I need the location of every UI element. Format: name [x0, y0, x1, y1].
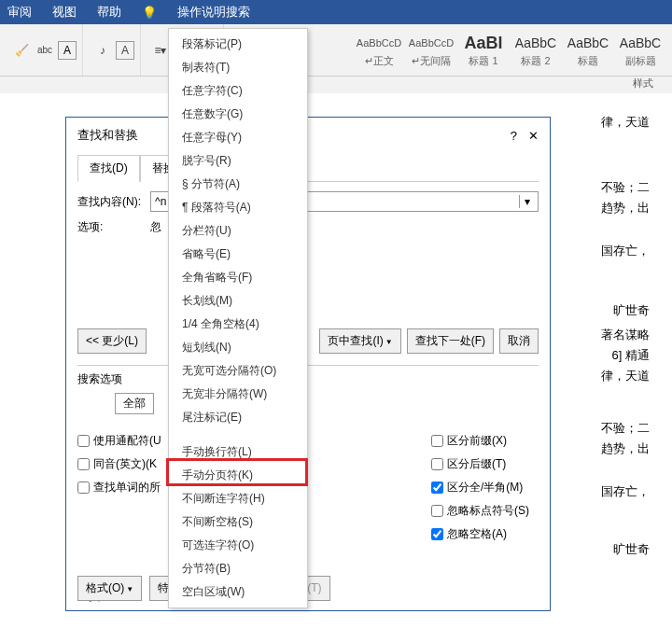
menu-manual-page[interactable]: 手动分页符(K) — [169, 464, 307, 487]
chk-fullhalf[interactable]: 区分全/半角(M) — [431, 480, 529, 495]
menu-tab[interactable]: 制表符(T) — [169, 56, 307, 79]
search-all-select[interactable]: 全部 — [115, 393, 154, 414]
menu-ellipsis[interactable]: 省略号(E) — [169, 243, 307, 266]
find-replace-dialog: 查找和替换 ? ✕ 查找(D) 替换(P 查找内容(N): ^n ▾ 选项: 忽… — [65, 117, 551, 611]
styles-caption: 样式 — [0, 77, 672, 93]
find-label: 查找内容(N): — [77, 194, 143, 210]
doc-text: 不验；二 — [601, 418, 650, 439]
menu-review[interactable]: 审阅 — [7, 4, 32, 21]
menu-opt-hyphen[interactable]: 可选连字符(O) — [169, 534, 307, 557]
menubar: 审阅 视图 帮助 💡 操作说明搜索 — [0, 0, 672, 24]
chk-space[interactable]: 忽略空格(A) — [431, 526, 529, 542]
special-format-menu: 段落标记(P) 制表符(T) 任意字符(C) 任意数字(G) 任意字母(Y) 脱… — [168, 28, 308, 608]
doc-text: 6] 精通 — [612, 345, 650, 366]
menu-view[interactable]: 视图 — [52, 4, 77, 21]
menu-whitespace[interactable]: 空白区域(W) — [169, 580, 307, 604]
menu-section-char[interactable]: § 分节符(A) — [169, 173, 307, 196]
doc-text: 趋势，出 — [601, 198, 650, 218]
doc-text: 旷世奇 — [613, 300, 650, 321]
menu-help[interactable]: 帮助 — [97, 4, 121, 21]
menu-endnote[interactable]: 尾注标记(E) — [169, 406, 307, 429]
help-icon[interactable]: ? — [511, 129, 517, 143]
menu-nowidth-non[interactable]: 无宽非分隔符(W) — [169, 383, 307, 406]
menu-any-digit[interactable]: 任意数字(G) — [169, 103, 307, 126]
chk-word-forms[interactable]: 查找单词的所 — [77, 480, 161, 495]
menu-full-ellipsis[interactable]: 全角省略号(F) — [169, 266, 307, 289]
chk-suffix[interactable]: 区分后缀(T) — [431, 456, 529, 472]
menu-nowidth-opt[interactable]: 无宽可选分隔符(O) — [169, 359, 307, 383]
menu-en-dash[interactable]: 短划线(N) — [169, 336, 307, 359]
chk-prefix[interactable]: 区分前缀(X) — [431, 433, 529, 449]
menu-any-letter[interactable]: 任意字母(Y) — [169, 126, 307, 149]
menu-para-mark[interactable]: 段落标记(P) — [169, 33, 307, 56]
in-reading-button[interactable]: 页中查找(I)▼ — [319, 328, 400, 354]
style-body[interactable]: AaBbCcD↵正文 — [353, 28, 405, 73]
menu-search[interactable]: 操作说明搜索 — [177, 4, 250, 21]
phonetic-icon[interactable]: abc — [35, 40, 55, 61]
doc-text: 国存亡， — [601, 482, 650, 502]
dialog-title: 查找和替换 — [77, 127, 138, 144]
bulb-icon: 💡 — [142, 6, 157, 20]
menu-caret[interactable]: 脱字号(R) — [169, 149, 307, 173]
menu-quarter-space[interactable]: 1/4 全角空格(4) — [169, 313, 307, 336]
chk-punct[interactable]: 忽略标点符号(S) — [431, 503, 529, 519]
chk-sounds-like[interactable]: 同音(英文)(K — [77, 456, 161, 472]
style-h1[interactable]: AaBl标题 1 — [457, 28, 510, 73]
menu-em-dash[interactable]: 长划线(M) — [169, 289, 307, 313]
char-a-icon[interactable]: A — [116, 41, 134, 60]
doc-text: 不验；二 — [601, 177, 650, 198]
char-box-icon[interactable]: A — [58, 41, 77, 60]
chk-wildcard[interactable]: 使用通配符(U — [77, 433, 161, 449]
menu-nonbreak-space[interactable]: 不间断空格(S) — [169, 510, 307, 534]
style-title[interactable]: AaBbC标题 — [562, 28, 614, 73]
doc-text: 律，天道 — [601, 366, 650, 386]
menu-nonbreak-hyphen[interactable]: 不间断连字符(H) — [169, 487, 307, 510]
doc-text: 著名谋略 — [601, 325, 650, 345]
cancel-button[interactable]: 取消 — [499, 328, 539, 354]
styles-gallery: AaBbCcD↵正文 AaBbCcD↵无间隔 AaBl标题 1 AaBbC标题 … — [353, 24, 666, 76]
menu-manual-line[interactable]: 手动换行符(L) — [169, 440, 307, 464]
menu-any-char[interactable]: 任意字符(C) — [169, 79, 307, 103]
clear-format-icon[interactable]: 🧹 — [11, 40, 32, 61]
text-effect-icon[interactable]: ♪ — [92, 40, 113, 61]
toolbar: 🧹 abc A ♪ A ≡▾ ≡▾ ▤▾ AaBbCcD↵正文 AaBbCcD↵… — [0, 24, 672, 77]
doc-text: 国存亡， — [601, 241, 650, 261]
tab-find[interactable]: 查找(D) — [77, 155, 140, 182]
options-value: 忽 — [150, 219, 161, 235]
menu-para-char[interactable]: ¶ 段落符号(A) — [169, 196, 307, 219]
style-h2[interactable]: AaBbC标题 2 — [510, 28, 562, 73]
close-icon[interactable]: ✕ — [528, 129, 539, 143]
find-next-button[interactable]: 查找下一处(F) — [407, 328, 494, 354]
doc-text: 旷世奇 — [613, 539, 650, 560]
chevron-down-icon[interactable]: ▾ — [519, 195, 534, 208]
doc-text: 趋势，出 — [601, 439, 650, 459]
menu-column-break[interactable]: 分栏符(U) — [169, 219, 307, 243]
search-options-label: 搜索选项 — [77, 371, 539, 387]
style-subtitle[interactable]: AaBbC副标题 — [614, 28, 666, 73]
doc-text: 律，天道 — [601, 112, 650, 133]
menu-sep — [169, 429, 307, 440]
format-button[interactable]: 格式(O)▼ — [77, 576, 142, 601]
menu-section-break[interactable]: 分节符(B) — [169, 557, 307, 580]
less-button[interactable]: << 更少(L) — [77, 328, 147, 354]
style-nospace[interactable]: AaBbCcD↵无间隔 — [405, 28, 457, 73]
options-label: 选项: — [77, 219, 143, 235]
